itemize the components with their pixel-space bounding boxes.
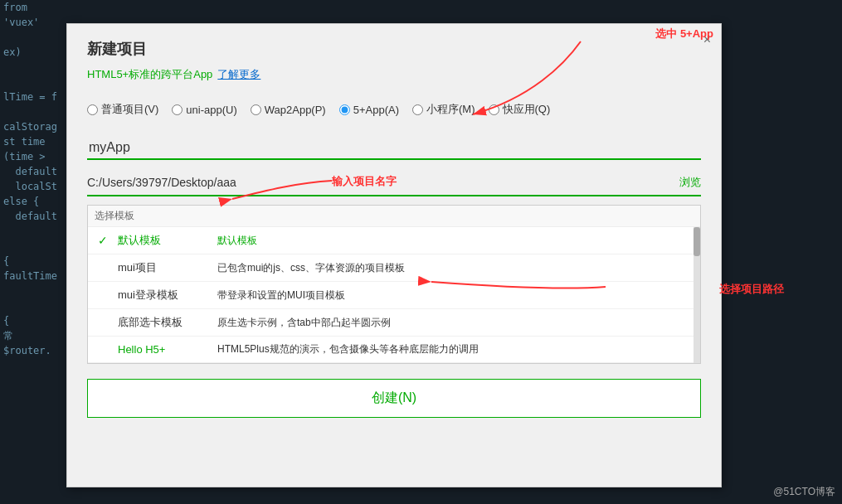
template-name-tab: 底部选卡模板	[118, 315, 217, 330]
create-btn-section: 创建(N)	[67, 372, 721, 424]
template-desc-default: 默认模板	[217, 234, 257, 248]
subtitle-text: HTML5+标准的跨平台App	[87, 67, 212, 82]
radio-5plus-label: 5+App(A)	[353, 104, 399, 116]
path-section-wrapper: C:/Users/39797/Desktop/aaa 浏览	[67, 167, 721, 196]
radio-quickapp-label: 快应用(Q)	[503, 102, 551, 117]
template-list: ✓ 默认模板 默认模板 mui项目 已包含mui的js、css、字体资源的项目模…	[88, 227, 700, 363]
radio-uniapp-label: uni-app(U)	[186, 104, 236, 116]
template-name-default: 默认模板	[118, 233, 217, 248]
radio-wap2app[interactable]: Wap2App(P)	[251, 104, 326, 116]
template-section-title: 选择模板	[88, 206, 700, 227]
template-scrollbar[interactable]	[694, 227, 700, 363]
template-name-h5plus: Hello H5+	[118, 343, 217, 356]
dialog-title: 新建项目	[67, 24, 721, 67]
radio-normal-label: 普通项目(V)	[101, 102, 158, 117]
dialog-subtitle: HTML5+标准的跨平台App 了解更多	[67, 67, 721, 95]
radio-wap2app-label: Wap2App(P)	[265, 104, 326, 116]
template-name-mui: mui项目	[118, 260, 217, 275]
project-name-input[interactable]	[87, 137, 701, 160]
template-section: 选择模板 ✓ 默认模板 默认模板 mui项目 已包含mui的js、css、字体资…	[87, 205, 701, 364]
radio-quickapp[interactable]: 快应用(Q)	[489, 102, 551, 117]
template-desc-h5plus: HTML5Plus规范的演示，包含摄像头等各种底层能力的调用	[217, 342, 479, 356]
create-button[interactable]: 创建(N)	[87, 379, 701, 418]
learn-more-link[interactable]: 了解更多	[217, 67, 260, 82]
radio-5plus[interactable]: 5+App(A)	[339, 104, 399, 116]
template-check-icon: ✓	[98, 234, 118, 247]
radio-miniprogram[interactable]: 小程序(M)	[412, 102, 475, 117]
close-button[interactable]: ×	[703, 32, 711, 47]
template-row-default[interactable]: ✓ 默认模板 默认模板	[88, 227, 700, 254]
template-desc-mui: 已包含mui的js、css、字体资源的项目模板	[217, 261, 405, 275]
path-display: C:/Users/39797/Desktop/aaa	[87, 176, 236, 189]
new-project-dialog: × 新建项目 HTML5+标准的跨平台App 了解更多 普通项目(V) uni-…	[66, 23, 722, 487]
project-type-radio-group: 普通项目(V) uni-app(U) Wap2App(P) 5+App(A) 小…	[67, 95, 721, 124]
radio-uniapp[interactable]: uni-app(U)	[172, 104, 236, 116]
template-row-h5plus[interactable]: Hello H5+ HTML5Plus规范的演示，包含摄像头等各种底层能力的调用	[88, 337, 700, 363]
radio-normal[interactable]: 普通项目(V)	[87, 102, 158, 117]
radio-miniprogram-label: 小程序(M)	[426, 102, 475, 117]
template-row-tab[interactable]: 底部选卡模板 原生选卡示例，含tab中部凸起半圆示例	[88, 309, 700, 337]
watermark: @51CTO博客	[773, 485, 835, 499]
scrollbar-thumb[interactable]	[694, 227, 700, 256]
template-desc-tab: 原生选卡示例，含tab中部凸起半圆示例	[217, 316, 391, 330]
project-name-section	[67, 124, 721, 167]
template-name-mui-login: mui登录模板	[118, 288, 217, 303]
template-row-mui[interactable]: mui项目 已包含mui的js、css、字体资源的项目模板	[88, 254, 700, 282]
template-row-mui-login[interactable]: mui登录模板 带登录和设置的MUI项目模板	[88, 282, 700, 309]
template-desc-mui-login: 带登录和设置的MUI项目模板	[217, 288, 345, 303]
browse-button[interactable]: 浏览	[679, 175, 701, 190]
